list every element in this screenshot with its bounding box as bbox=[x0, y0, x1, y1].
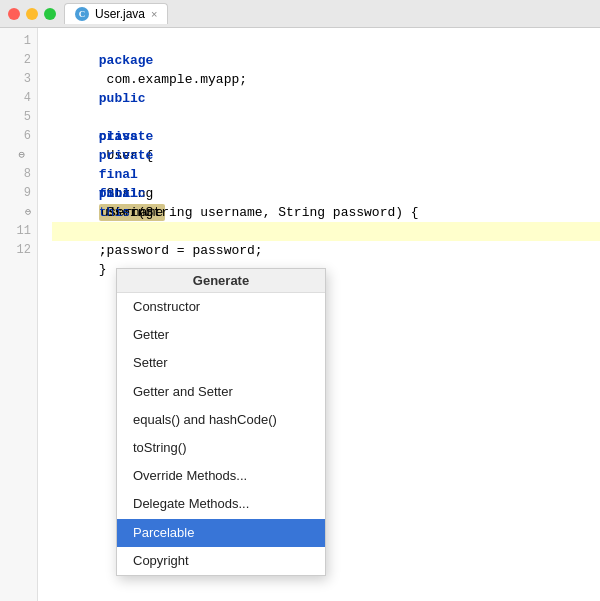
menu-item-constructor[interactable]: Constructor bbox=[117, 293, 325, 321]
code-line-11 bbox=[52, 222, 600, 241]
minimize-button[interactable] bbox=[26, 8, 38, 20]
line-num-5: 5 bbox=[0, 108, 31, 127]
menu-item-equals-hashcode[interactable]: equals() and hashCode() bbox=[117, 406, 325, 434]
code-line-2 bbox=[52, 51, 600, 70]
code-line-5: private final String password ; bbox=[52, 108, 600, 127]
code-line-10: } bbox=[52, 203, 600, 222]
code-content[interactable]: package com.example.myapp; public class … bbox=[38, 28, 600, 601]
menu-item-getter[interactable]: Getter bbox=[117, 321, 325, 349]
line-num-4: 4 bbox=[0, 89, 31, 108]
java-file-icon: C bbox=[75, 7, 89, 21]
menu-item-tostring[interactable]: toString() bbox=[117, 434, 325, 462]
line-num-11: 11 bbox=[0, 222, 31, 241]
editor-area: 1 2 3 4 5 6 ⊖ 8 9 ⊖ 11 12 package com.ex… bbox=[0, 28, 600, 601]
context-menu[interactable]: Generate Constructor Getter Setter Gette… bbox=[116, 268, 326, 576]
tab-label: User.java bbox=[95, 7, 145, 21]
line-num-10: ⊖ bbox=[0, 203, 31, 222]
line-num-8: 8 bbox=[0, 165, 31, 184]
code-line-3: public class User { bbox=[52, 70, 600, 89]
menu-item-delegate-methods[interactable]: Delegate Methods... bbox=[117, 490, 325, 518]
maximize-button[interactable] bbox=[44, 8, 56, 20]
line-num-3: 3 bbox=[0, 70, 31, 89]
line-num-9: 9 bbox=[0, 184, 31, 203]
code-line-7: public User(String username, String pass… bbox=[52, 146, 600, 165]
menu-item-setter[interactable]: Setter bbox=[117, 349, 325, 377]
editor-gutter: 1 2 3 4 5 6 ⊖ 8 9 ⊖ 11 12 bbox=[0, 28, 38, 601]
file-tab[interactable]: C User.java × bbox=[64, 3, 168, 24]
tab-close-button[interactable]: × bbox=[151, 9, 157, 20]
line-num-12: 12 bbox=[0, 241, 31, 260]
close-button[interactable] bbox=[8, 8, 20, 20]
code-line-4: private final String username ; bbox=[52, 89, 600, 108]
line-num-7: ⊖ bbox=[0, 146, 31, 165]
line-num-6: 6 bbox=[0, 127, 31, 146]
menu-item-override-methods[interactable]: Override Methods... bbox=[117, 462, 325, 490]
line-num-1: 1 bbox=[0, 32, 31, 51]
line-num-2: 2 bbox=[0, 51, 31, 70]
code-line-9: this .password = password; bbox=[52, 184, 600, 203]
code-line-8: this .username = username; bbox=[52, 165, 600, 184]
window-controls bbox=[8, 8, 56, 20]
menu-item-parcelable[interactable]: Parcelable bbox=[117, 519, 325, 547]
code-line-1: package com.example.myapp; bbox=[52, 32, 600, 51]
menu-item-copyright[interactable]: Copyright bbox=[117, 547, 325, 575]
code-line-6 bbox=[52, 127, 600, 146]
title-bar: C User.java × bbox=[0, 0, 600, 28]
code-line-12: } bbox=[52, 241, 600, 260]
menu-header: Generate bbox=[117, 269, 325, 293]
line-numbers: 1 2 3 4 5 6 ⊖ 8 9 ⊖ 11 12 bbox=[0, 28, 37, 260]
menu-item-getter-setter[interactable]: Getter and Setter bbox=[117, 378, 325, 406]
